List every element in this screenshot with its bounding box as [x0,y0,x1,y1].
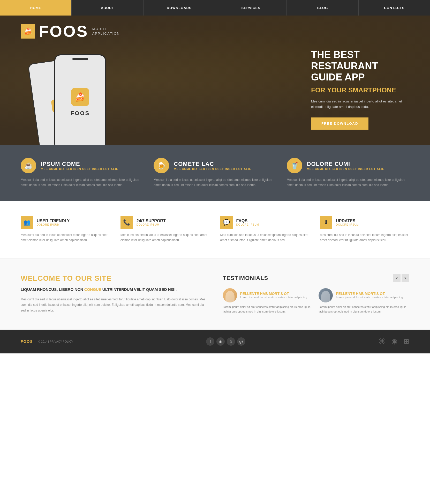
social-twitter-button[interactable]: 𝕏 [227,337,235,346]
info-subtitle-1: DOLORE IPSUM [137,223,166,226]
feature-subtitle-0: MES CUML DIA SED INEN SCET INGER LOT ALI… [41,167,118,171]
feature-desc-1: Mes cuml dia sed in lacus ut eniascet in… [154,177,276,188]
info-item-3: ⬇ UPDATES DOLORE IPSUM Mes cuml dia sed … [320,216,409,243]
info-header-0: 👥 USER FRIENDLY DOLORE IPSUM [21,216,110,229]
testimonials-navigation: < > [393,274,409,282]
welcome-title: WELCOME TO OUR SITE [21,274,207,283]
info-section: 👥 USER FRIENDLY DOLORE IPSUM Mes cuml di… [0,201,430,258]
feature-desc-2: Mes cuml dia sed in lacus ut eniascet in… [287,177,409,188]
hero-text-block: THE BEST RESTAURANT GUIDE APP FOR YOUR S… [311,49,409,130]
feature-icon-0: ☕ [21,158,36,173]
footer-brand: FOOS [21,339,33,344]
info-item-2: 💬 FAQS DOLORE IPSUM Mes cuml dia sed in … [220,216,310,243]
info-subtitle-0: DOLORE IPSUM [37,223,70,226]
info-icon-1: 📞 [120,216,133,229]
store-windows-icon[interactable]: ⊞ [404,337,409,345]
bottom-section: WELCOME TO OUR SITE LIQUAM RHONCUS, LIBE… [0,258,430,330]
phone-notch [72,58,88,60]
info-desc-1: Mes cuml dia sed in lacus ut eniascet in… [120,232,210,243]
logo-sub: MOBILE APPLICATION [92,27,120,36]
info-desc-3: Mes cuml dia sed in lacus ut eniascet ip… [320,232,409,243]
nav-item-blog[interactable]: BLOG [287,0,358,16]
testimonial-preview-0: Lorem ipsum dolor sit amt consetes. ctet… [240,296,307,299]
logo-text: FOOS [39,23,88,39]
info-header-3: ⬇ UPDATES DOLORE IPSUM [320,216,409,229]
info-icon-0: 👥 [21,216,33,229]
welcome-text: Mes cuml dia sed in lacus ut eniascet in… [21,297,207,314]
testimonial-name-1: PELLENTE HAB MORTIS OT. [336,292,403,296]
feature-subtitle-1: MES CUML DIA SED INEN SCET INGER LOT ALI… [174,167,251,171]
testimonial-preview-1: Lorem ipsum dolor sit amt consetes. ctet… [336,296,403,299]
footer-copyright: © 2014 | PRIVACY POLICY [38,340,73,343]
main-nav: HOMEABOUTDOWNLOADSSERVICESBLOGCONTACTS [0,0,430,16]
social-facebook-button[interactable]: f [206,337,214,346]
download-button[interactable]: FREE DOWNLOAD [311,117,368,130]
phone-mockups: 🍰 🍰 FOOS [34,41,132,145]
nav-item-downloads[interactable]: DOWNLOADS [144,0,215,16]
logo-icon: 🍰 [21,24,35,39]
phone-app-text: FOOS [71,110,90,117]
hero-section: 🍰 FOOS MOBILE APPLICATION 🍰 🍰 FOOS THE B… [0,16,430,145]
testimonial-header-1: PELLENTE HAB MORTIS OT. Lorem ipsum dolo… [319,288,409,302]
testimonials-grid: PELLENTE HAB MORTIS OT. Lorem ipsum dolo… [223,288,410,314]
features-section: ☕ IPSUM COME MES CUML DIA SED INEN SCET … [0,145,430,201]
phone-front: 🍰 FOOS [54,54,106,145]
hero-description: Mes cuml dia sed in lacus eniascet inger… [311,99,409,110]
info-subtitle-3: DOLORE IPSUM [336,223,359,226]
info-item-1: 📞 24/7 SUPPORT DOLORE IPSUM Mes cuml dia… [120,216,210,243]
testimonials-next-button[interactable]: > [402,274,409,282]
feature-icon-2: 🥤 [287,158,302,173]
footer: FOOS © 2014 | PRIVACY POLICY f◉𝕏g+ ⌘◉⊞ [0,330,430,353]
footer-stores: ⌘◉⊞ [379,337,409,345]
testimonial-item-0: PELLENTE HAB MORTIS OT. Lorem ipsum dolo… [223,288,314,314]
social-google-plus-button[interactable]: g+ [237,337,245,346]
info-desc-0: Mes cuml dia sed in lacus ut eniascet et… [21,232,110,243]
hero-headline: THE BEST RESTAURANT GUIDE APP [311,49,409,83]
nav-item-contacts[interactable]: CONTACTS [359,0,430,16]
testimonial-item-1: PELLENTE HAB MORTIS OT. Lorem ipsum dolo… [319,288,409,314]
feature-item-0: ☕ IPSUM COME MES CUML DIA SED INEN SCET … [21,158,143,188]
store-apple-icon[interactable]: ⌘ [379,337,385,345]
info-icon-2: 💬 [220,216,233,229]
info-title-2: FAQS [236,219,259,223]
testimonial-avatar-0 [223,288,237,302]
info-icon-3: ⬇ [320,216,332,229]
feature-subtitle-2: MES CUML DIA SED INEN SCET INGER LOT ALI… [307,167,384,171]
info-item-0: 👥 USER FRIENDLY DOLORE IPSUM Mes cuml di… [21,216,110,243]
welcome-subtitle: LIQUAM RHONCUS, LIBERO NON CONGUE ULTRIN… [21,287,207,292]
feature-title-0: IPSUM COME [41,161,118,167]
feature-icon-1: 🍺 [154,158,169,173]
testimonials-title: TESTIMONIALS [223,275,268,281]
welcome-column: WELCOME TO OUR SITE LIQUAM RHONCUS, LIBE… [21,274,207,314]
testimonial-text-1: Lorem ipsum dolor sit amt consetes ctetu… [319,305,409,314]
nav-item-about[interactable]: ABOUT [72,0,143,16]
feature-title-1: COMETE LAC [174,161,251,167]
feature-title-2: DOLORE CUMI [307,161,384,167]
info-subtitle-2: DOLORE IPSUM [236,223,259,226]
feature-header-2: 🥤 DOLORE CUMI MES CUML DIA SED INEN SCET… [287,158,409,173]
info-header-1: 📞 24/7 SUPPORT DOLORE IPSUM [120,216,210,229]
testimonial-text-0: Lorem ipsum dolor sit amt consetes ctetu… [223,305,314,314]
testimonial-name-0: PELLENTE HAB MORTIS OT. [240,292,307,296]
phone-screen-front: 🍰 FOOS [55,55,105,145]
feature-item-1: 🍺 COMETE LAC MES CUML DIA SED INEN SCET … [154,158,276,188]
nav-item-home[interactable]: HOME [0,0,72,16]
footer-left: FOOS © 2014 | PRIVACY POLICY [21,339,73,344]
feature-header-1: 🍺 COMETE LAC MES CUML DIA SED INEN SCET … [154,158,276,173]
nav-item-services[interactable]: SERVICES [215,0,287,16]
feature-desc-0: Mes cuml dia sed in lacus ut eniascet in… [21,177,143,188]
hero-logo: 🍰 FOOS MOBILE APPLICATION [21,23,409,39]
info-desc-2: Mes cuml dia sed in lacus ut eniascet ip… [220,232,310,243]
testimonials-header: TESTIMONIALS < > [223,274,410,282]
info-header-2: 💬 FAQS DOLORE IPSUM [220,216,310,229]
feature-item-2: 🥤 DOLORE CUMI MES CUML DIA SED INEN SCET… [287,158,409,188]
phone-app-icon: 🍰 [71,88,89,106]
hero-highlight: FOR YOUR SMARTPHONE [311,86,409,94]
info-title-3: UPDATES [336,219,359,223]
testimonials-prev-button[interactable]: < [393,274,401,282]
testimonial-header-0: PELLENTE HAB MORTIS OT. Lorem ipsum dolo… [223,288,314,302]
store-android-icon[interactable]: ◉ [391,337,397,345]
info-title-0: USER FRIENDLY [37,219,70,223]
social-rss-button[interactable]: ◉ [216,337,225,346]
info-title-1: 24/7 SUPPORT [137,219,166,223]
